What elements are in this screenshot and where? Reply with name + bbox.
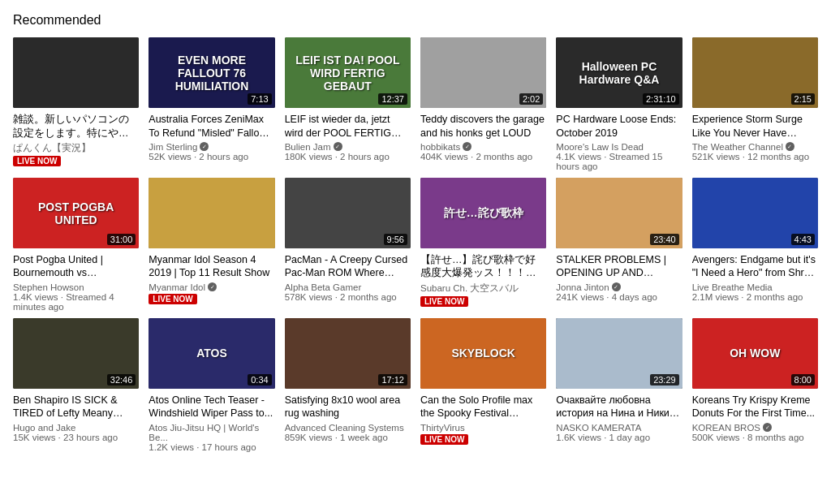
thumbnail[interactable]: EVEN MORE FALLOUT 76 HUMILIATION 7:13 <box>149 37 274 108</box>
channel-name: ぱんくん【実況】 <box>13 142 139 154</box>
channel-name: hobbikats <box>420 142 546 152</box>
video-title: Очаквайте любовна история на Нина и Ники… <box>556 394 682 420</box>
video-card[interactable]: POST POGBA UNITED 31:00 Post Pogba Unite… <box>13 178 139 312</box>
video-title: PacMan - A Creepy Cursed Pac-Man ROM Whe… <box>285 253 411 280</box>
thumbnail[interactable]: 23:40 <box>556 178 682 248</box>
thumbnail-bg: SKYBLOCK <box>420 318 546 389</box>
verified-icon <box>208 282 217 291</box>
live-badge: LIVE NOW <box>149 294 196 304</box>
video-info: Koreans Try Krispy Kreme Donuts For the … <box>692 394 818 442</box>
thumbnail[interactable]: 23:29 <box>556 318 682 389</box>
verified-icon <box>200 142 209 151</box>
channel-name: Alpha Beta Gamer <box>285 282 411 292</box>
video-card[interactable]: 4:43 Avengers: Endgame but it's "I Need … <box>692 178 818 312</box>
verified-icon <box>763 423 772 432</box>
duration-badge: 23:40 <box>650 234 679 245</box>
thumb-text: SKYBLOCK <box>448 343 519 363</box>
video-info: PC Hardware Loose Ends: October 2019 Moo… <box>556 113 682 171</box>
video-card[interactable]: Myanmar Idol Season 4 2019 | Top 11 Resu… <box>149 178 274 312</box>
video-meta: 52K views · 2 hours ago <box>149 152 274 162</box>
duration-badge: 23:29 <box>650 374 679 386</box>
thumb-text: EVEN MORE FALLOUT 76 HUMILIATION <box>149 50 274 96</box>
video-title: Ben Shapiro IS SICK & TIRED of Lefty Mea… <box>13 394 139 420</box>
video-info: STALKER PROBLEMS | OPENING UP AND LETTIN… <box>556 253 682 302</box>
video-info: 雑談。新しいパソコンの設定をします。特にやることは… ぱんくん【実況】 LIVE… <box>13 113 139 166</box>
thumbnail-bg <box>149 178 274 248</box>
video-title: LEIF ist wieder da, jetzt wird der POOL … <box>285 113 411 140</box>
video-meta: 859K views · 1 week ago <box>285 433 411 442</box>
video-title: Experience Storm Surge Like You Never Ha… <box>692 113 818 140</box>
duration-badge: 7:13 <box>248 93 271 105</box>
video-card[interactable]: 17:12 Satisfying 8x10 wool area rug wash… <box>285 318 411 452</box>
duration-badge: 12:37 <box>378 93 407 105</box>
thumbnail[interactable]: 17:12 <box>285 318 411 389</box>
video-card[interactable]: 32:46 Ben Shapiro IS SICK & TIRED of Lef… <box>13 318 139 452</box>
video-card[interactable]: 23:40 STALKER PROBLEMS | OPENING UP AND … <box>556 178 682 312</box>
video-info: 【許せ…】詫び歌枠で好感度大爆発ッス！！！【サス... Subaru Ch. 大… <box>420 253 546 307</box>
video-info: PacMan - A Creepy Cursed Pac-Man ROM Whe… <box>285 253 411 302</box>
video-meta: 1.4K views · Streamed 4 minutes ago <box>13 292 139 312</box>
video-info: Post Pogba United | Bournemouth vs Manch… <box>13 253 139 312</box>
channel-name: ThirtyVirus <box>420 423 546 433</box>
video-card[interactable]: EVEN MORE FALLOUT 76 HUMILIATION 7:13 Au… <box>149 37 274 171</box>
video-card[interactable]: 2:02 Teddy discovers the garage and his … <box>420 37 546 171</box>
video-info: Experience Storm Surge Like You Never Ha… <box>692 113 818 162</box>
duration-badge: 8:00 <box>791 374 815 386</box>
thumbnail[interactable]: 2:15 <box>692 37 818 108</box>
thumb-text: OH WOW <box>726 343 783 363</box>
video-title: Myanmar Idol Season 4 2019 | Top 11 Resu… <box>149 253 274 280</box>
thumbnail[interactable]: ATOS 0:34 <box>149 318 274 389</box>
video-card[interactable]: ATOS 0:34 Atos Online Tech Teaser - Wind… <box>149 318 274 452</box>
video-card[interactable]: OH WOW 8:00 Koreans Try Krispy Kreme Don… <box>692 318 818 452</box>
video-meta: 2.1M views · 2 months ago <box>692 292 818 302</box>
channel-name: Subaru Ch. 大空スバル <box>420 282 546 295</box>
video-card[interactable]: 許せ…詫び歌枠 【許せ…】詫び歌枠で好感度大爆発ッス！！！【サス... Suba… <box>420 178 546 312</box>
video-meta: 1.2K views · 17 hours ago <box>149 442 274 452</box>
thumbnail[interactable]: 32:46 <box>13 318 139 389</box>
thumbnail[interactable] <box>149 178 274 248</box>
video-card[interactable]: LEIF IST DA! POOL WIRD FERTIG GEBAUT 12:… <box>285 37 411 171</box>
video-card[interactable]: 23:29 Очаквайте любовна история на Нина … <box>556 318 682 452</box>
video-title: 【許せ…】詫び歌枠で好感度大爆発ッス！！！【サス... <box>420 253 546 280</box>
video-info: Avengers: Endgame but it's "I Need a Her… <box>692 253 818 302</box>
video-card[interactable]: 雑談。新しいパソコンの設定をします。特にやることは… ぱんくん【実況】 LIVE… <box>13 37 139 171</box>
duration-badge: 2:31:10 <box>643 93 679 105</box>
channel-name: Jim Sterling <box>149 142 274 152</box>
thumb-text: LEIF IST DA! POOL WIRD FERTIG GEBAUT <box>285 50 411 96</box>
verified-icon <box>786 142 794 151</box>
video-meta: 241K views · 4 days ago <box>556 292 682 302</box>
video-card[interactable]: SKYBLOCK Can the Solo Profile max the Sp… <box>420 318 546 452</box>
channel-name: Jonna Jinton <box>556 282 682 292</box>
video-title: Avengers: Endgame but it's "I Need a Her… <box>692 253 818 280</box>
channel-name: The Weather Channel <box>692 142 818 152</box>
duration-badge: 4:43 <box>791 234 815 245</box>
duration-badge: 9:56 <box>384 234 407 245</box>
thumbnail[interactable]: POST POGBA UNITED 31:00 <box>13 178 139 248</box>
video-title: Australia Forces ZeniMax To Refund "Misl… <box>149 113 274 140</box>
channel-name: Hugo and Jake <box>13 423 139 433</box>
video-meta: 521K views · 12 months ago <box>692 152 818 162</box>
video-card[interactable]: 9:56 PacMan - A Creepy Cursed Pac-Man RO… <box>285 178 411 312</box>
thumbnail[interactable]: OH WOW 8:00 <box>692 318 818 389</box>
verified-icon <box>463 142 471 151</box>
video-meta: 1.6K views · 1 day ago <box>556 433 682 442</box>
thumb-text: 許せ…詫び歌枠 <box>441 203 527 224</box>
video-info: Can the Solo Profile max the Spooky Fest… <box>420 394 546 445</box>
video-meta: 4.1K views · Streamed 15 hours ago <box>556 152 682 171</box>
thumbnail[interactable]: LEIF IST DA! POOL WIRD FERTIG GEBAUT 12:… <box>285 37 411 108</box>
thumbnail[interactable]: Halloween PC Hardware Q&A 2:31:10 <box>556 37 682 108</box>
video-card[interactable]: Halloween PC Hardware Q&A 2:31:10 PC Har… <box>556 37 682 171</box>
video-card[interactable]: 2:15 Experience Storm Surge Like You Nev… <box>692 37 818 171</box>
channel-name: Stephen Howson <box>13 282 139 292</box>
thumbnail[interactable]: 9:56 <box>285 178 411 248</box>
thumbnail[interactable] <box>13 37 139 108</box>
thumbnail[interactable]: SKYBLOCK <box>420 318 546 389</box>
thumb-text: POST POGBA UNITED <box>13 197 139 230</box>
thumbnail[interactable]: 許せ…詫び歌枠 <box>420 178 546 248</box>
thumbnail[interactable]: 4:43 <box>692 178 818 248</box>
channel-name: Atos Jiu-Jitsu HQ | World's Be... <box>149 423 274 442</box>
thumbnail[interactable]: 2:02 <box>420 37 546 108</box>
video-grid: 雑談。新しいパソコンの設定をします。特にやることは… ぱんくん【実況】 LIVE… <box>13 37 818 452</box>
channel-name: Moore's Law Is Dead <box>556 142 682 152</box>
video-title: Post Pogba United | Bournemouth vs Manch… <box>13 253 139 280</box>
